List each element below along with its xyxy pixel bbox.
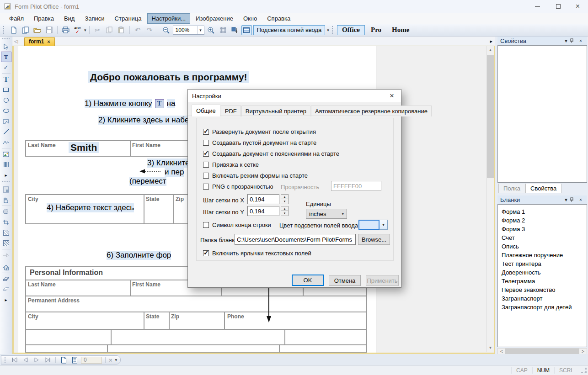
highlight-fields-toggle[interactable] (241, 25, 252, 35)
resize-grip[interactable] (581, 368, 587, 373)
open-button[interactable] (32, 25, 43, 35)
delete-record-icon[interactable]: × (109, 357, 112, 364)
copy-document-button[interactable] (20, 25, 31, 35)
polyline-tool[interactable] (1, 137, 11, 148)
checkbox[interactable] (203, 162, 209, 168)
tab-scroll-left-icon[interactable]: ◁ (12, 38, 20, 44)
close-panel-icon[interactable]: × (577, 197, 584, 202)
panel-menu-icon[interactable]: ▼ (562, 197, 570, 202)
menu-edit[interactable]: Правка (29, 13, 59, 24)
forms-folder-field[interactable] (235, 234, 356, 245)
ellipse-tool[interactable] (1, 106, 11, 116)
sponge-tool[interactable] (1, 206, 11, 217)
scroll-up-icon[interactable]: ▲ (486, 46, 494, 54)
scroll-left-icon[interactable]: < (498, 349, 505, 354)
toolbar-grip[interactable] (3, 26, 5, 34)
new-record-button[interactable] (59, 356, 68, 364)
pin-icon[interactable] (570, 197, 577, 202)
rectangle-tool[interactable] (1, 85, 11, 95)
dialog-close-icon[interactable]: × (387, 91, 397, 100)
circle-tool[interactable] (1, 95, 11, 106)
checkbox[interactable] (203, 140, 209, 146)
record-bar-overflow[interactable]: ▾ (115, 358, 118, 362)
image-tool[interactable] (1, 149, 11, 159)
shade-dark-tool[interactable] (1, 238, 11, 248)
forward-tool[interactable] (1, 250, 11, 260)
shade-light-tool[interactable] (1, 227, 11, 238)
copy-button[interactable] (104, 25, 115, 35)
pan-hand-tool[interactable] (1, 195, 11, 205)
properties-grid[interactable] (497, 45, 587, 183)
menu-page[interactable]: Страница (110, 13, 146, 24)
field-move-button[interactable] (230, 25, 240, 35)
close-panel-icon[interactable]: × (577, 38, 584, 43)
toolbar-grip[interactable] (2, 38, 10, 40)
browse-button[interactable]: Browse... (358, 234, 390, 245)
spellcheck-dropdown[interactable]: ▾ (84, 28, 86, 32)
document-vertical-scrollbar[interactable]: ▲ ▼ (486, 46, 494, 352)
checkbox[interactable] (203, 222, 209, 228)
minimize-button[interactable] (527, 0, 548, 13)
send-to-shelf-tool[interactable] (1, 262, 11, 272)
scroll-right-icon[interactable]: > (579, 349, 587, 354)
highlight-fields-button[interactable]: Подсветка полей ввода (253, 25, 326, 35)
cancel-button[interactable]: Отмена (329, 275, 361, 286)
transparency-field[interactable] (331, 181, 381, 191)
record-number-input[interactable] (81, 357, 102, 364)
select-tool[interactable] (1, 41, 11, 52)
zoom-dropdown-icon[interactable]: ▾ (197, 26, 204, 34)
cut-button[interactable]: ✂ (92, 25, 103, 35)
print-button[interactable] (60, 25, 71, 35)
toolbar-grip[interactable] (5, 357, 7, 363)
blank-item[interactable]: Загранпаспорт (498, 294, 587, 303)
checkbox-blank-doc-on-start[interactable]: Создавать пустой документ на старте (203, 139, 316, 146)
blank-item[interactable]: Загранпаспорт для детей (498, 303, 587, 312)
chevron-down-icon[interactable]: ▾ (380, 220, 388, 230)
blank-item[interactable]: Опись (498, 242, 587, 251)
blank-item[interactable]: Форма 1 (498, 207, 587, 216)
tab-pdf[interactable]: PDF (221, 106, 241, 116)
menu-view[interactable]: Вид (59, 13, 80, 24)
tab-general[interactable]: Общие (192, 105, 220, 116)
tab-virtual-printer[interactable]: Виртуальный принтер (241, 106, 310, 116)
last-record-button[interactable] (43, 356, 52, 364)
properties-panel-header[interactable]: Свойства ▼ × (497, 37, 587, 45)
zoom-out-button[interactable] (161, 25, 171, 35)
apply-button[interactable]: Применить (366, 275, 399, 286)
next-record-button[interactable] (32, 356, 41, 364)
expand-toolbar-button[interactable]: ▸ (1, 295, 11, 305)
previous-record-button[interactable] (21, 356, 30, 364)
record-list-button[interactable] (70, 356, 79, 364)
menu-window[interactable]: Окно (239, 13, 262, 24)
checkbox[interactable] (203, 151, 209, 157)
checkbox-text-field-labels[interactable]: Включить ярлычки текстовых полей (203, 250, 311, 257)
blank-item[interactable]: Платежное поручение (498, 251, 587, 259)
save-button[interactable] (44, 25, 54, 35)
menu-file[interactable]: Файл (5, 13, 28, 24)
zoom-combobox[interactable]: ▾ (173, 26, 204, 35)
pin-icon[interactable] (570, 38, 577, 43)
menu-image[interactable]: Изображение (191, 13, 238, 24)
highlight-color-combobox[interactable]: ▾ (358, 220, 388, 230)
line-tool[interactable] (1, 127, 11, 137)
checkbox-eol-symbol[interactable]: Символ конца строки (203, 222, 271, 228)
tab-scroll-right-icon[interactable]: ▸ (490, 38, 492, 44)
toolbar-overflow[interactable]: ▾ (327, 28, 329, 32)
spellcheck-button[interactable]: ABC ✓ (72, 25, 83, 35)
grid-y-spinner[interactable]: ▴▾ (281, 206, 289, 216)
maximize-button[interactable] (548, 0, 568, 13)
toolbar-grip2[interactable] (332, 26, 334, 34)
checkbox-form-mode-on-start[interactable]: Включать режим формы на старте (203, 172, 308, 179)
eraser-flat-tool[interactable] (1, 284, 11, 295)
checkbox-expand-on-open[interactable]: Развернуть документ после открытия (203, 128, 316, 135)
blank-item[interactable]: Телеграмма (498, 277, 587, 285)
redo-button[interactable]: ↷ (144, 25, 155, 35)
menu-settings[interactable]: Настройки... (147, 13, 191, 24)
zoom-in-button[interactable] (206, 25, 216, 35)
first-record-button[interactable] (10, 356, 19, 364)
blank-item[interactable]: Первое знакомство (498, 285, 587, 294)
polygon-tool[interactable] (1, 116, 11, 127)
scroll-down-icon[interactable]: ▼ (486, 344, 494, 352)
paste-button[interactable] (116, 25, 127, 35)
checkbox[interactable] (203, 184, 209, 190)
